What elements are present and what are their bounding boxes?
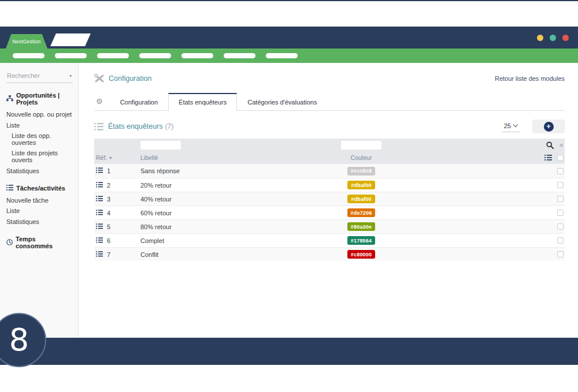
window-dot-icon[interactable]	[550, 35, 556, 41]
sidebar: Rechercher ▾ Opportunités | ProjetsNouve…	[0, 63, 79, 338]
sidebar-section-title: Temps consommés	[16, 236, 73, 249]
row-menu-icon[interactable]	[96, 167, 103, 174]
sidebar-section-header[interactable]: Opportunités | Projets	[6, 92, 73, 106]
nav-pill-item[interactable]	[55, 53, 87, 58]
add-record-button[interactable]: +	[532, 120, 565, 133]
color-badge: #178564	[347, 236, 375, 245]
sidebar-item[interactable]: Statistiques	[6, 166, 73, 176]
row-checkbox[interactable]	[557, 251, 564, 257]
row-label: Conflit	[140, 251, 158, 258]
sidebar-search-placeholder: Rechercher	[7, 72, 40, 79]
clear-filter-icon[interactable]: ×	[559, 141, 564, 149]
sitemap-icon	[6, 95, 13, 103]
row-label: 60% retour	[140, 210, 172, 216]
sidebar-item[interactable]: Liste	[6, 206, 73, 216]
section-header: États enquêteurs (7) 25 +	[94, 120, 565, 133]
table-row[interactable]: 220% retour#dbaf00	[94, 178, 565, 192]
table-row[interactable]: 460% retour#de7206	[94, 206, 565, 219]
filter-color-input[interactable]	[341, 141, 381, 150]
sidebar-section-header[interactable]: Temps consommés	[6, 236, 73, 249]
gear-icon: ⚙	[94, 97, 110, 110]
nav-pill-item[interactable]	[266, 53, 298, 58]
sidebar-section-header[interactable]: Tâches/activités	[6, 185, 73, 192]
row-menu-icon[interactable]	[96, 237, 103, 244]
plus-icon: +	[544, 122, 554, 132]
row-menu-icon[interactable]	[96, 210, 103, 216]
table-header: × Réf.▾ Libellé Couleur	[94, 139, 565, 164]
window-dot-icon[interactable]	[537, 35, 543, 41]
nav-pill-item[interactable]	[224, 53, 255, 58]
row-menu-icon[interactable]	[96, 223, 103, 230]
row-menu-icon[interactable]	[96, 251, 103, 258]
sort-desc-icon[interactable]: ▾	[109, 155, 112, 160]
sidebar-item[interactable]: Liste des projets ouverts	[6, 148, 73, 165]
table-row[interactable]: 340% retour#dbaf00	[94, 192, 565, 206]
color-badge: #de7206	[347, 208, 376, 217]
select-menu-icon	[544, 155, 552, 160]
filter-label-input[interactable]	[140, 141, 181, 150]
row-label: 40% retour	[140, 196, 172, 203]
row-checkbox[interactable]	[557, 223, 564, 230]
table-row[interactable]: 1Sans réponse#ccc8c8	[94, 164, 565, 178]
page-size-select[interactable]: 25	[502, 121, 520, 132]
row-label: Complet	[140, 237, 164, 244]
row-label: 80% retour	[140, 223, 172, 230]
column-label: Libellé	[140, 154, 158, 161]
table-row[interactable]: 7Conflit#c80000	[94, 247, 565, 261]
back-to-modules-link[interactable]: Retour liste des modules	[495, 75, 565, 82]
chevron-down-icon	[513, 122, 518, 127]
search-icon[interactable]	[546, 141, 554, 149]
sidebar-item[interactable]: Liste des opp. ouvertes	[6, 130, 73, 148]
page-number: 8	[9, 324, 29, 356]
sidebar-item[interactable]: Nouvelle opp. ou projet	[6, 109, 73, 120]
column-ref[interactable]: Réf.	[96, 154, 107, 161]
nav-pill-item[interactable]	[181, 53, 213, 58]
tab-cat-gories-d-valuations[interactable]: Catégories d'évaluations	[237, 93, 327, 111]
table-filter-row: ×	[94, 139, 565, 151]
sidebar-section-title: Opportunités | Projets	[16, 92, 73, 106]
row-checkbox[interactable]	[557, 182, 564, 188]
main-nav-bar	[0, 48, 578, 63]
clock-icon	[6, 239, 13, 247]
row-checkbox[interactable]	[557, 196, 564, 202]
sidebar-item[interactable]: Nouvelle tâche	[6, 195, 73, 206]
records-table: × Réf.▾ Libellé Couleur	[94, 139, 565, 261]
chevron-down-icon: ▾	[69, 73, 72, 79]
footer-bar: 8	[0, 338, 578, 365]
page-title: Configuration	[109, 74, 151, 83]
sidebar-item[interactable]: Liste	[6, 120, 73, 130]
row-menu-icon[interactable]	[96, 182, 103, 189]
section-title: États enquêteurs	[108, 122, 163, 130]
table-body: 1Sans réponse#ccc8c8220% retour#dbaf0034…	[94, 164, 565, 261]
row-checkbox[interactable]	[557, 237, 564, 244]
row-menu-icon[interactable]	[96, 196, 103, 203]
row-ref: 7	[107, 251, 110, 258]
sidebar-section: Temps consommés	[6, 236, 73, 249]
select-all-checkbox[interactable]	[557, 155, 564, 161]
color-badge: #dbaf00	[347, 195, 375, 203]
row-label: 20% retour	[140, 182, 172, 189]
sidebar-item[interactable]: Statistiques	[6, 216, 73, 227]
content-panel: Configuration Retour liste des modules ⚙…	[79, 63, 578, 338]
tab--tats-enqu-teurs[interactable]: États enquêteurs	[168, 93, 237, 111]
task-list-icon	[6, 185, 13, 192]
sidebar-section: Tâches/activitésNouvelle tâcheListeStati…	[6, 185, 73, 227]
nav-pill-item[interactable]	[97, 53, 129, 58]
color-badge: #dbaf00	[347, 181, 375, 189]
row-checkbox[interactable]	[557, 210, 564, 216]
row-ref: 1	[107, 167, 110, 174]
table-row[interactable]: 580% retour#80a30e	[94, 219, 565, 233]
nav-pill-item[interactable]	[13, 53, 45, 58]
window-dot-icon[interactable]	[562, 35, 569, 41]
row-ref: 6	[107, 237, 110, 244]
nav-pill-item[interactable]	[139, 53, 171, 58]
sidebar-search-select[interactable]: Rechercher ▾	[6, 70, 73, 83]
row-checkbox[interactable]	[557, 168, 564, 174]
row-label: Sans réponse	[140, 167, 180, 174]
table-row[interactable]: 6Complet#178564	[94, 233, 565, 247]
app-logo-tab[interactable]: NextGestion	[6, 34, 47, 48]
sidebar-sections: Opportunités | ProjetsNouvelle opp. ou p…	[6, 92, 73, 249]
tab-configuration[interactable]: Configuration	[110, 93, 168, 111]
color-badge: #ccc8c8	[347, 167, 375, 176]
app-header-bar: NextGestion	[0, 27, 578, 48]
